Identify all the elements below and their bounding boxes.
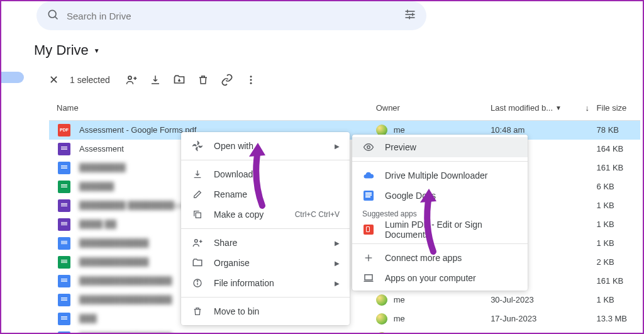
file-size: 1 KB [597,295,640,304]
suggested-apps-label: Suggested apps [352,206,528,220]
doc-file-icon [58,275,70,287]
ctx-move-bin[interactable]: Move to bin [181,301,350,321]
svg-rect-3 [406,14,415,15]
avatar [376,125,387,136]
doc-file-icon [58,313,70,325]
submenu-connect-apps[interactable]: Connect more apps [352,248,528,268]
sort-arrow-icon[interactable]: ↓ [578,103,597,113]
chevron-down-icon: ▼ [555,104,562,111]
submenu-apps-computer[interactable]: Apps on your computer [352,268,528,288]
open-with-submenu: Preview Drive Multiple Downloader Google… [352,135,528,291]
submenu-arrow-icon: ▶ [335,280,340,287]
svg-rect-14 [196,213,201,218]
search-input[interactable] [67,11,404,21]
file-size: 2 KB [597,257,640,267]
submenu-preview[interactable]: Preview [352,137,528,157]
doc-file-icon [58,237,70,250]
submenu-lumin[interactable]: Lumin PDF - Edit or Sign Documents [352,220,528,240]
separator [181,228,350,229]
svg-point-15 [195,240,198,243]
selection-count: 1 selected [70,75,110,85]
share-icon[interactable] [125,74,138,86]
column-headers: Name Owner Last modified b... ▼ ↓ File s… [49,96,640,121]
file-row[interactable]: ████████████████me09-Apr-20234 KB [49,328,640,334]
separator [352,243,528,244]
separator [352,161,528,162]
avatar [376,313,387,325]
header-modified[interactable]: Last modified b... ▼ [491,103,578,113]
pdf-file-icon: PDF [58,124,70,136]
plus-icon [362,253,375,263]
avatar [376,294,387,306]
link-icon[interactable] [221,74,233,86]
form-file-icon [58,218,70,231]
folder-icon [191,257,204,269]
trash-icon[interactable] [197,74,209,86]
file-size: 1 KB [597,220,640,229]
trash-icon [191,306,204,316]
search-options-icon[interactable] [404,8,416,23]
ctx-download[interactable]: Download [181,164,350,184]
header-name[interactable]: Name [49,103,376,113]
separator [181,297,350,298]
docs-icon [362,191,375,201]
search-icon [47,8,59,23]
submenu-drive-downloader[interactable]: Drive Multiple Downloader [352,165,528,186]
submenu-arrow-icon: ▶ [335,260,340,267]
svg-point-13 [250,82,252,84]
ctx-share[interactable]: Share ▶ [181,233,350,253]
ctx-rename[interactable]: Rename [181,184,350,204]
svg-point-11 [250,75,252,77]
file-size: 161 KB [597,276,640,286]
file-modified: 30-Jul-2023 [491,295,578,304]
more-icon[interactable] [245,74,257,86]
eye-icon [362,142,375,153]
svg-rect-24 [365,275,372,280]
submenu-arrow-icon: ▶ [335,143,340,150]
svg-point-8 [128,76,131,79]
file-size: 1 KB [597,238,640,248]
file-size: 161 KB [597,163,640,172]
selection-toolbar: ✕ 1 selected [49,68,640,92]
search-bar[interactable] [36,1,426,30]
svg-point-0 [48,10,56,18]
submenu-google-docs[interactable]: Google Docs [352,186,528,206]
caret-down-icon: ▼ [94,47,100,54]
file-modified: 17-Jun-2023 [491,314,578,323]
avatar [376,332,387,335]
download-icon[interactable] [149,74,162,86]
move-icon[interactable] [173,74,186,86]
header-owner[interactable]: Owner [376,103,491,113]
file-modified: 10:48 am [491,125,578,135]
form-file-icon [58,199,70,212]
left-edge-tab [1,72,24,83]
share-icon [191,237,204,248]
file-size: 164 KB [597,144,640,153]
clear-selection-icon[interactable]: ✕ [49,73,58,87]
open-with-icon [191,140,204,152]
file-owner: me [376,125,491,136]
info-icon [191,278,204,288]
svg-rect-5 [407,10,408,13]
file-size: 6 KB [597,182,640,191]
download-icon [191,169,204,179]
ctx-organise[interactable]: Organise ▶ [181,253,350,273]
svg-point-21 [367,146,370,149]
svg-rect-7 [409,16,410,19]
context-menu: Open with ▶ Download Rename Make a copy … [181,132,350,325]
file-size: 1 KB [597,201,640,210]
separator [181,160,350,160]
page-title: My Drive [34,42,89,58]
doc-file-icon [58,331,70,335]
breadcrumb[interactable]: My Drive ▼ [34,42,100,58]
file-owner: me [376,313,491,325]
file-owner: me [376,332,491,335]
cloud-icon [362,170,375,181]
sheet-file-icon [58,256,70,269]
lumin-icon [362,225,375,235]
laptop-icon [362,272,375,284]
ctx-file-info[interactable]: File information ▶ [181,273,350,293]
ctx-open-with[interactable]: Open with ▶ [181,136,350,156]
header-size[interactable]: File size [597,103,640,113]
ctx-make-copy[interactable]: Make a copy Ctrl+C Ctrl+V [181,204,350,225]
